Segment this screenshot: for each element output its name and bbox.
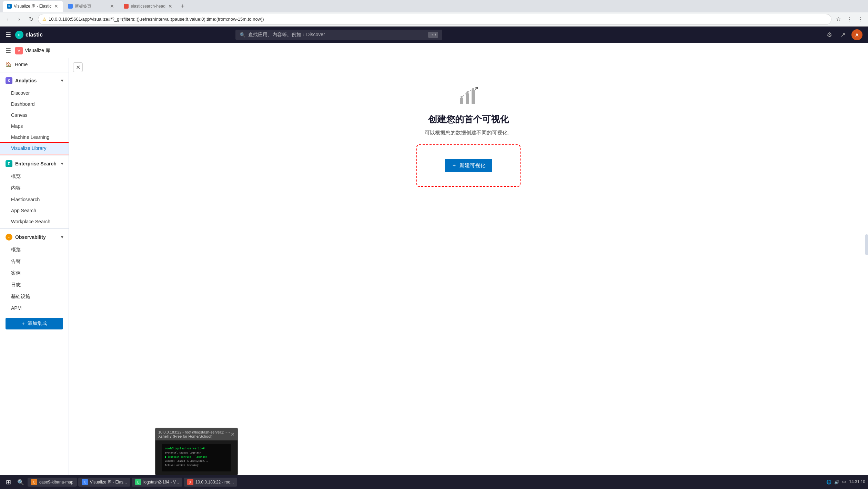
taskbar-ime-icon: 中 xyxy=(842,479,846,485)
settings-icon-button[interactable]: ⚙ xyxy=(824,29,835,40)
sidebar-home-label: Home xyxy=(15,62,28,67)
windows-start-button[interactable]: ⊞ xyxy=(3,477,14,488)
tab-close-2[interactable]: ✕ xyxy=(109,3,115,9)
back-button[interactable]: ‹ xyxy=(3,14,12,24)
content-area: ✕ xyxy=(69,58,868,489)
taskbar-item-visualize[interactable]: K Visualize 库 - Elas... xyxy=(78,478,130,487)
tab-close-3[interactable]: ✕ xyxy=(168,3,173,9)
taskbar-item-label-server: 10.0.0.183:22 - roo... xyxy=(195,480,234,485)
main-area: 🏠 Home K Analytics ▾ Discover Dashboard … xyxy=(0,58,868,489)
elastic-brand: elastic xyxy=(26,32,43,38)
page-subtitle: 可以根据您的数据创建不同的可视化。 xyxy=(425,130,513,136)
search-shortcut: ⌥/ xyxy=(428,32,438,38)
taskbar-item-server[interactable]: X 10.0.0.183:22 - roo... xyxy=(184,478,237,487)
secondary-menu-icon[interactable]: ☰ xyxy=(6,47,11,54)
top-nav: ☰ e elastic 🔍 查找应用、内容等。例如：Discover ⌥/ ⚙ … xyxy=(0,27,868,43)
analytics-section-header[interactable]: K Analytics ▾ xyxy=(0,74,69,88)
home-icon: 🏠 xyxy=(6,62,11,67)
sidebar-divider-3 xyxy=(0,228,69,229)
svg-text:root@logstash-server1:~#: root@logstash-server1:~# xyxy=(165,447,205,450)
taskbar-item-case9[interactable]: C case9-kibana-map xyxy=(28,478,77,487)
add-cluster-button[interactable]: + 添加集成 xyxy=(6,318,63,329)
analytics-section-label: Analytics xyxy=(15,78,37,83)
url-text: 10.0.0.180:5601/app/visualize#/?_g=(filt… xyxy=(49,17,827,22)
user-avatar[interactable]: A xyxy=(851,29,862,40)
analytics-section-icon: K xyxy=(6,77,12,84)
browser-tab-2[interactable]: 新标签页 ✕ xyxy=(64,1,119,12)
observability-section-header[interactable]: ○ Observability ▾ xyxy=(0,230,69,244)
create-visualization-button[interactable]: ＋ 新建可视化 xyxy=(445,159,492,172)
sidebar-item-home[interactable]: 🏠 Home xyxy=(0,58,69,71)
forward-button[interactable]: › xyxy=(14,14,24,24)
terminal-popup-title: 10.0.0.183:22 - root@logstash-server1: ~… xyxy=(155,428,238,440)
app-container: ☰ e elastic 🔍 查找应用、内容等。例如：Discover ⌥/ ⚙ … xyxy=(0,27,868,489)
tab-title-2: 新标签页 xyxy=(75,3,107,9)
browser-tab-active[interactable]: K Visualize 库 - Elastic ✕ xyxy=(3,1,63,12)
browser-tab-3[interactable]: elasticsearch-head ✕ xyxy=(120,1,177,12)
sidebar-item-discover[interactable]: Discover xyxy=(0,88,69,99)
sidebar-item-visualize-library[interactable]: Visualize Library xyxy=(0,143,69,154)
enterprise-search-section-label: Enterprise Search xyxy=(15,161,57,166)
share-icon-button[interactable]: ↗ xyxy=(838,29,849,40)
sidebar-item-logs[interactable]: 日志 xyxy=(0,279,69,291)
sidebar-item-maps[interactable]: Maps xyxy=(0,121,69,132)
menu-button[interactable]: ⋮ xyxy=(856,14,865,24)
security-icon: ⚠ xyxy=(42,17,47,22)
resize-handle[interactable] xyxy=(865,234,868,255)
extensions-button[interactable]: ⋮ xyxy=(845,14,854,24)
tab-title-1: Visualize 库 - Elastic xyxy=(14,3,51,9)
bookmark-star-button[interactable]: ☆ xyxy=(834,14,843,24)
taskbar-item-label-logstash2: logstash2-184 - V... xyxy=(143,480,179,485)
svg-point-5 xyxy=(472,88,474,90)
sidebar-item-canvas[interactable]: Canvas xyxy=(0,110,69,121)
taskbar-item-label-case9: case9-kibana-map xyxy=(39,480,73,485)
browser-chrome: K Visualize 库 - Elastic ✕ 新标签页 ✕ elastic… xyxy=(0,0,868,27)
taskbar-clock: 14:31:10 xyxy=(849,479,865,485)
search-placeholder: 查找应用、内容等。例如：Discover xyxy=(248,32,325,38)
sidebar-item-dashboard[interactable]: Dashboard xyxy=(0,99,69,110)
tab-title-3: elasticsearch-head xyxy=(131,4,165,9)
sidebar-item-overview[interactable]: 概览 xyxy=(0,171,69,182)
refresh-button[interactable]: ↻ xyxy=(26,14,36,24)
toolbar-actions: ☆ ⋮ ⋮ xyxy=(834,14,865,24)
sidebar-item-alerts[interactable]: 告警 xyxy=(0,256,69,267)
hamburger-menu[interactable]: ☰ xyxy=(6,31,11,39)
tab-favicon-3 xyxy=(124,4,129,9)
breadcrumb: V Visualize 库 xyxy=(15,47,50,54)
sidebar-item-elasticsearch[interactable]: Elasticsearch xyxy=(0,194,69,205)
svg-text:Loaded: loaded (/lib/system...: Loaded: loaded (/lib/system... xyxy=(165,460,208,462)
global-search[interactable]: 🔍 查找应用、内容等。例如：Discover ⌥/ xyxy=(235,30,442,40)
svg-text:● logstash.service - logstash: ● logstash.service - logstash xyxy=(165,456,207,458)
sidebar-item-apm[interactable]: APM xyxy=(0,303,69,314)
taskbar-item-icon-logstash2: L xyxy=(135,479,141,485)
svg-text:systemctl status logstash: systemctl status logstash xyxy=(165,451,201,454)
sidebar-item-infrastructure[interactable]: 基础设施 xyxy=(0,291,69,303)
terminal-popup-close[interactable]: ✕ xyxy=(231,431,235,437)
taskbar-item-icon-case9: C xyxy=(31,479,37,485)
new-tab-button[interactable]: + xyxy=(178,1,188,11)
observability-chevron-icon: ▾ xyxy=(61,235,63,240)
sidebar-item-content[interactable]: 内容 xyxy=(0,182,69,194)
tab-favicon-1: K xyxy=(7,4,12,9)
sidebar-item-app-search[interactable]: App Search xyxy=(0,205,69,216)
taskbar-search-button[interactable]: 🔍 xyxy=(15,477,26,488)
create-btn-plus-icon: ＋ xyxy=(452,162,457,169)
taskbar-item-logstash2[interactable]: L logstash2-184 - V... xyxy=(132,478,182,487)
sidebar-item-obs-overview[interactable]: 概览 xyxy=(0,244,69,256)
page-title: 创建您的首个可视化 xyxy=(428,113,509,125)
breadcrumb-icon: V xyxy=(15,47,23,54)
taskbar-item-label-visualize: Visualize 库 - Elas... xyxy=(90,479,127,485)
sidebar-item-machine-learning[interactable]: Machine Learning xyxy=(0,132,69,143)
create-btn-label: 新建可视化 xyxy=(460,162,485,169)
address-bar[interactable]: ⚠ 10.0.0.180:5601/app/visualize#/?_g=(fi… xyxy=(38,14,831,25)
breadcrumb-text: Visualize 库 xyxy=(25,48,50,54)
tab-close-1[interactable]: ✕ xyxy=(53,3,59,9)
enterprise-search-chevron-icon: ▾ xyxy=(61,161,63,166)
sidebar-item-workplace-search[interactable]: Workplace Search xyxy=(0,216,69,227)
search-icon: 🔍 xyxy=(240,32,245,38)
enterprise-search-icon: E xyxy=(6,160,12,167)
elastic-logo[interactable]: e elastic xyxy=(15,31,43,39)
enterprise-search-section-header[interactable]: E Enterprise Search ▾ xyxy=(0,157,69,171)
close-button[interactable]: ✕ xyxy=(73,62,83,72)
sidebar-item-cases[interactable]: 案例 xyxy=(0,267,69,279)
